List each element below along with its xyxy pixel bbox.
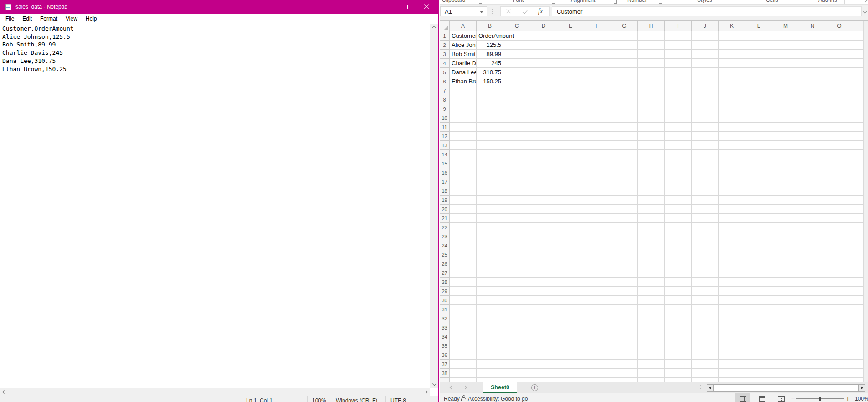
cell-i39[interactable] [665,378,692,382]
cell-a14[interactable] [450,150,477,159]
cell-i3[interactable] [665,50,692,59]
cell-c33[interactable] [503,323,530,332]
cell-l13[interactable] [745,141,772,150]
cell-m37[interactable] [772,360,799,369]
cell-j30[interactable] [692,296,719,305]
cell-f13[interactable] [584,141,611,150]
cell-f28[interactable] [584,278,611,287]
cell-e36[interactable] [557,350,584,360]
column-header-c[interactable]: C [503,21,530,31]
cell-j23[interactable] [692,232,719,241]
cell-e9[interactable] [557,104,584,113]
cell-d13[interactable] [530,141,557,150]
cell-m29[interactable] [772,287,799,296]
cell-k23[interactable] [719,232,745,241]
cell-k13[interactable] [719,141,745,150]
row-header-30[interactable]: 30 [440,296,450,305]
column-header-j[interactable]: J [692,21,719,31]
cell-g29[interactable] [611,287,638,296]
cell-d26[interactable] [530,259,557,268]
cell-i1[interactable] [665,31,692,41]
cell-i18[interactable] [665,186,692,196]
cell-d19[interactable] [530,196,557,205]
cell-e33[interactable] [557,323,584,332]
cell-g5[interactable] [611,68,638,77]
cell-a2[interactable]: Alice Johnson [450,41,477,50]
name-box[interactable]: A1 [440,6,487,16]
cell-k2[interactable] [719,41,745,50]
cell-h4[interactable] [638,59,665,68]
cell-f18[interactable] [584,186,611,196]
cell-b27[interactable] [477,268,503,278]
cell-f4[interactable] [584,59,611,68]
cell-h17[interactable] [638,177,665,186]
cell-j36[interactable] [692,350,719,360]
cell-i25[interactable] [665,250,692,259]
cell-b30[interactable] [477,296,503,305]
cell-h15[interactable] [638,159,665,168]
cell-e8[interactable] [557,95,584,104]
cell-c36[interactable] [503,350,530,360]
cell-d15[interactable] [530,159,557,168]
cell-d10[interactable] [530,113,557,123]
formula-bar-grip[interactable] [491,6,494,16]
cell-l9[interactable] [745,104,772,113]
cell-g18[interactable] [611,186,638,196]
cell-a25[interactable] [450,250,477,259]
cell-f36[interactable] [584,350,611,360]
cell-m20[interactable] [772,205,799,214]
cell-h31[interactable] [638,305,665,314]
cell-k38[interactable] [719,369,745,378]
cell-h34[interactable] [638,332,665,341]
cell-i8[interactable] [665,95,692,104]
cell-n34[interactable] [799,332,826,341]
cell-e13[interactable] [557,141,584,150]
cell-c5[interactable] [503,68,530,77]
cell-a18[interactable] [450,186,477,196]
cell-m5[interactable] [772,68,799,77]
cell-i23[interactable] [665,232,692,241]
expand-formula-bar-icon[interactable] [863,10,867,13]
cell-a27[interactable] [450,268,477,278]
cell-i12[interactable] [665,132,692,141]
cell-k18[interactable] [719,186,745,196]
cell-k12[interactable] [719,132,745,141]
select-all-corner[interactable] [440,21,450,31]
cell-partial-20[interactable] [853,205,863,214]
cell-h1[interactable] [638,31,665,41]
cell-g3[interactable] [611,50,638,59]
cell-o26[interactable] [826,259,853,268]
cell-m36[interactable] [772,350,799,360]
cell-b14[interactable] [477,150,503,159]
cell-n15[interactable] [799,159,826,168]
cell-b31[interactable] [477,305,503,314]
cell-f30[interactable] [584,296,611,305]
cell-b35[interactable] [477,341,503,350]
cell-partial-27[interactable] [853,268,863,278]
cancel-icon[interactable] [506,9,511,14]
cell-l4[interactable] [745,59,772,68]
cell-d33[interactable] [530,323,557,332]
cell-n3[interactable] [799,50,826,59]
cell-h10[interactable] [638,113,665,123]
row-header-37[interactable]: 37 [440,360,450,369]
cell-a38[interactable] [450,369,477,378]
cell-n9[interactable] [799,104,826,113]
next-sheet-icon[interactable] [463,386,467,389]
cell-h11[interactable] [638,123,665,132]
cell-j7[interactable] [692,86,719,95]
cell-l31[interactable] [745,305,772,314]
cell-m10[interactable] [772,113,799,123]
cell-e30[interactable] [557,296,584,305]
cell-k21[interactable] [719,214,745,223]
cell-g14[interactable] [611,150,638,159]
cell-g2[interactable] [611,41,638,50]
cell-n19[interactable] [799,196,826,205]
cell-i19[interactable] [665,196,692,205]
cell-j27[interactable] [692,268,719,278]
cell-a23[interactable] [450,232,477,241]
cell-i9[interactable] [665,104,692,113]
cell-n2[interactable] [799,41,826,50]
cell-j34[interactable] [692,332,719,341]
cell-g39[interactable] [611,378,638,382]
